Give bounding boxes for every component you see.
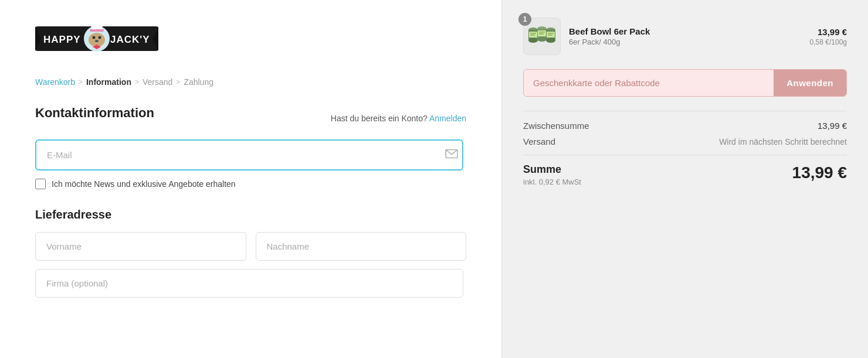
discount-input[interactable] bbox=[524, 70, 774, 96]
kontaktinformation-title: Kontaktinformation bbox=[35, 105, 154, 121]
breadcrumb-versand: Versand bbox=[143, 77, 172, 87]
login-link[interactable]: Anmelden bbox=[429, 114, 466, 123]
svg-rect-32 bbox=[548, 35, 552, 36]
total-row: Summe inkl. 0,92 € MwSt 13,99 € bbox=[523, 163, 847, 186]
product-price: 13,99 € 0,58 €/100g bbox=[810, 27, 847, 46]
newsletter-label-text: Ich möchte News und exklusive Angebote e… bbox=[52, 179, 236, 189]
breadcrumb: Warenkorb > Information > Versand > Zahl… bbox=[35, 77, 466, 87]
totals-section: Zwischensumme 13,99 € Versand Wird im nä… bbox=[523, 111, 847, 186]
svg-rect-30 bbox=[539, 33, 544, 35]
shipping-row: Versand Wird im nächsten Schritt berechn… bbox=[523, 137, 847, 146]
left-panel: HAPPY JACK'Y Warenkorb > Information > V bbox=[0, 0, 501, 358]
svg-rect-11 bbox=[90, 29, 104, 32]
svg-point-23 bbox=[546, 38, 555, 43]
vorname-input[interactable] bbox=[35, 232, 246, 261]
svg-point-7 bbox=[99, 36, 101, 39]
newsletter-checkbox-label[interactable]: Ich möchte News und exklusive Angebote e… bbox=[35, 179, 466, 189]
logo-svg: HAPPY JACK'Y bbox=[35, 18, 158, 59]
svg-point-6 bbox=[93, 36, 96, 39]
breadcrumb-sep-2: > bbox=[135, 78, 139, 86]
lieferadresse-title: Lieferadresse bbox=[35, 208, 466, 221]
email-wrapper bbox=[35, 139, 466, 171]
newsletter-checkbox[interactable] bbox=[35, 179, 46, 189]
firma-input[interactable] bbox=[35, 269, 463, 298]
svg-rect-31 bbox=[548, 33, 554, 34]
divider bbox=[523, 155, 847, 155]
svg-rect-29 bbox=[539, 32, 545, 33]
svg-text:HAPPY: HAPPY bbox=[43, 34, 81, 45]
contact-header-row: Kontaktinformation Hast du bereits ein K… bbox=[35, 105, 466, 131]
total-left: Summe inkl. 0,92 € MwSt bbox=[523, 163, 581, 186]
email-input[interactable] bbox=[35, 139, 463, 171]
breadcrumb-sep-1: > bbox=[79, 78, 83, 86]
total-label: Summe bbox=[523, 163, 581, 176]
product-name: Beef Bowl 6er Pack bbox=[569, 26, 802, 36]
product-price-main: 13,99 € bbox=[810, 27, 847, 37]
subtotal-label: Zwischensumme bbox=[523, 121, 589, 131]
total-price: 13,99 € bbox=[792, 163, 847, 182]
login-prompt-text: Hast du bereits ein Konto? bbox=[331, 114, 428, 123]
product-image-wrap: 1 bbox=[523, 18, 561, 55]
breadcrumb-sep-3: > bbox=[176, 78, 180, 86]
breadcrumb-information: Information bbox=[86, 77, 131, 87]
right-panel: 1 bbox=[501, 0, 868, 358]
email-icon bbox=[445, 149, 458, 161]
shipping-value: Wird im nächsten Schritt berechnet bbox=[719, 137, 847, 146]
discount-apply-button[interactable]: Anwenden bbox=[774, 70, 846, 96]
product-price-per100: 0,58 €/100g bbox=[810, 38, 847, 46]
product-sub: 6er Pack/ 400g bbox=[569, 37, 802, 46]
total-sub: inkl. 0,92 € MwSt bbox=[523, 178, 581, 186]
product-row: 1 bbox=[523, 18, 847, 55]
logo: HAPPY JACK'Y bbox=[35, 18, 158, 61]
svg-point-20 bbox=[537, 37, 547, 42]
svg-text:JACK'Y: JACK'Y bbox=[110, 34, 150, 45]
svg-point-10 bbox=[91, 22, 103, 30]
discount-row: Anwenden bbox=[523, 69, 847, 97]
breadcrumb-zahlung: Zahlung bbox=[184, 77, 213, 87]
product-info: Beef Bowl 6er Pack 6er Pack/ 400g bbox=[569, 26, 802, 46]
product-cans-illustration bbox=[526, 22, 558, 51]
svg-rect-28 bbox=[530, 35, 535, 36]
subtotal-value: 13,99 € bbox=[818, 121, 847, 131]
svg-point-8 bbox=[95, 40, 99, 42]
svg-point-17 bbox=[528, 38, 538, 43]
svg-rect-27 bbox=[530, 33, 536, 34]
login-prompt-area: Hast du bereits ein Konto? Anmelden bbox=[331, 114, 466, 123]
product-quantity-badge: 1 bbox=[518, 13, 531, 26]
shipping-label: Versand bbox=[523, 137, 555, 146]
breadcrumb-warenkorb[interactable]: Warenkorb bbox=[35, 77, 75, 87]
subtotal-row: Zwischensumme 13,99 € bbox=[523, 121, 847, 131]
name-row bbox=[35, 232, 466, 261]
nachname-input[interactable] bbox=[256, 232, 467, 261]
